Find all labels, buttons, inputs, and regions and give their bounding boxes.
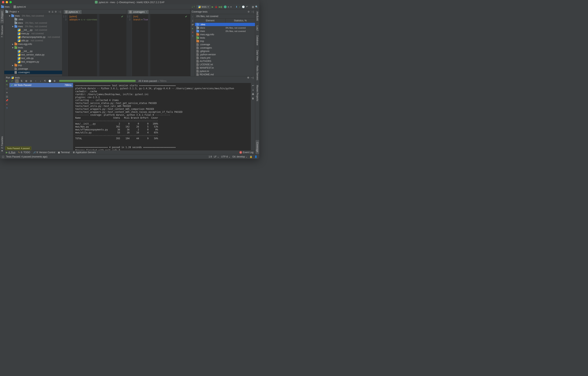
terminal-tab[interactable]: ▣Terminal	[58, 151, 70, 154]
coverage-row[interactable]: docs0% files, not covered	[195, 26, 255, 29]
tree-row[interactable]: .idea	[4, 18, 62, 21]
coverage-row[interactable]: pytest.ini	[195, 69, 255, 73]
window-minimize-icon[interactable]	[6, 1, 8, 3]
tree-row[interactable]: ▾mws 0% files, not covered	[4, 25, 62, 28]
vcs-tab[interactable]: ⎇9: Version Control	[33, 151, 55, 154]
coverage-row[interactable]: .python-version	[195, 53, 255, 56]
structure-popup-icon[interactable]: ▥	[252, 5, 254, 8]
tree-row[interactable]: ▸tmp	[4, 64, 62, 67]
favorites-tool-tab[interactable]: ★ 2: Favorites	[0, 134, 4, 154]
clear-icon[interactable]: 🗑	[252, 97, 254, 100]
coverage-row[interactable]: .coveragerc	[195, 46, 255, 49]
run-test-tree[interactable]: ✔ All Tests Passed 788ms	[10, 83, 73, 155]
help-icon[interactable]: ?	[6, 107, 8, 110]
error-stripe[interactable]	[148, 14, 150, 76]
tree-row[interactable]: __init__.py	[4, 49, 62, 53]
run-coverage-icon[interactable]: ▶◧	[219, 5, 223, 8]
data-view-tab[interactable]: Data View	[256, 48, 259, 63]
tree-row[interactable]: utils.py not covered	[4, 39, 62, 42]
collapse-icon[interactable]: ⊟	[29, 79, 33, 83]
tree-row[interactable]: docs 0% files, not covered	[4, 21, 62, 25]
cov-up-icon[interactable]: ↑	[192, 15, 193, 18]
soft-wrap-icon[interactable]: ↩	[252, 84, 254, 87]
project-tool-tab[interactable]: 1: Project	[0, 10, 4, 23]
window-close-icon[interactable]	[2, 1, 4, 3]
error-stripe[interactable]	[97, 14, 99, 76]
git-branch[interactable]: Git: develop ⌄	[232, 155, 248, 158]
database-tab[interactable]: Database	[256, 33, 259, 47]
cov-generate-icon[interactable]: ▸	[192, 27, 193, 30]
editor-tab[interactable]: pytest.ini×	[63, 10, 82, 14]
tree-row[interactable]: offamazonpayments.py not covered	[4, 35, 62, 39]
statusbar-togglebar-icon[interactable]: ▢	[2, 155, 4, 158]
file-encoding[interactable]: UTF-8 ⌄	[221, 155, 230, 158]
editor[interactable]: 1 2 3[pytest] addopts = -s -v --cov=mws …	[62, 14, 126, 76]
coverage-row[interactable]: .gitignore	[195, 49, 255, 53]
project-title[interactable]: Project	[10, 11, 17, 13]
event-log-tab[interactable]: 1Event Log	[239, 151, 253, 154]
cov-autoscroll-icon[interactable]: ⇄	[192, 23, 194, 26]
run-icon[interactable]: ▶	[212, 5, 213, 8]
prev-icon[interactable]: ↑	[34, 79, 38, 83]
profile-icon[interactable]	[224, 5, 227, 8]
print-icon[interactable]: 🖶	[252, 93, 254, 96]
breadcrumb[interactable]: mws〉 pytest.ini	[1, 5, 26, 9]
coverage-row[interactable]: .coverage	[195, 43, 255, 46]
show-ignored-icon[interactable]: ◯	[15, 79, 19, 83]
search-everywhere-icon[interactable]: 🔍	[255, 5, 258, 8]
line-separator[interactable]: LF ⌄	[214, 155, 219, 158]
coverage-table[interactable]: .ideadocs0% files, not coveredmws0% file…	[195, 23, 255, 76]
coverage-row[interactable]: AUTHORS	[195, 59, 255, 63]
sort-icon[interactable]: ⇅	[20, 79, 23, 83]
vcs-history-icon[interactable]: 🕑	[242, 5, 245, 8]
tree-row[interactable]: .coverage	[4, 67, 62, 71]
maven-tab[interactable]: Maven Projects	[256, 83, 259, 103]
expand-icon[interactable]: ⊞	[24, 79, 28, 83]
make-icon[interactable]: ⇣⇡	[191, 5, 195, 8]
appservers-tab[interactable]: 🖥Application Servers	[73, 151, 96, 154]
coverage-tab[interactable]: Coverage	[256, 140, 259, 154]
inspections-icon[interactable]: 👤	[254, 155, 257, 158]
coverage-row[interactable]: .idea	[195, 23, 255, 26]
vcs-commit-icon[interactable]: ✓	[239, 5, 241, 8]
cov-close-icon[interactable]: ✕	[192, 31, 194, 34]
close-icon[interactable]: ✕	[6, 103, 8, 106]
close-tab-icon[interactable]: ×	[79, 11, 80, 13]
tree-row[interactable]: test_wrappers.py	[4, 60, 62, 64]
pin-icon[interactable]: 📌	[5, 99, 9, 102]
close-tab-icon[interactable]: ×	[146, 11, 147, 13]
vcs-revert-icon[interactable]: ↶	[246, 5, 248, 8]
attach-icon[interactable]: ⎋	[228, 5, 229, 8]
tree-row[interactable]: test_utils.py	[4, 56, 62, 60]
run-stop-icon[interactable]: ■	[6, 91, 8, 94]
vcs-update-icon[interactable]: ⬇	[236, 5, 238, 8]
run-config-selector[interactable]: tests▾	[196, 5, 210, 9]
locate-icon[interactable]: ⊚	[48, 11, 50, 13]
run-tab[interactable]: ▶4: Run	[6, 151, 15, 154]
history-icon[interactable]: 🕑	[48, 79, 52, 83]
toggle-auto-icon[interactable]: □	[6, 87, 8, 90]
window-zoom-icon[interactable]	[10, 1, 12, 3]
tree-row[interactable]: ▾mws 0% files, not covered	[4, 14, 62, 18]
run-hide-icon[interactable]: →|	[251, 76, 253, 79]
collapse-all-icon[interactable]: ⇊	[52, 11, 53, 13]
cov-flatten-icon[interactable]: ⤓	[192, 19, 194, 22]
rerun-failed-icon[interactable]: ⟲	[6, 83, 8, 86]
code-area[interactable]: [pytest] addopts = -s -v --cov=mws	[68, 14, 97, 76]
scroll-end-icon[interactable]: ⤓	[252, 88, 254, 91]
todo-tab[interactable]: ✎6: TODO	[18, 151, 30, 154]
cov-help-icon[interactable]: ?	[192, 35, 193, 38]
coverage-row[interactable]: mws.egg-info	[195, 33, 255, 36]
export-icon[interactable]: ⇱	[43, 79, 47, 83]
code-area[interactable]: [run] branch = True	[132, 14, 148, 76]
editor-tab[interactable]: .coveragerc×	[128, 10, 149, 14]
next-icon[interactable]: ↓	[38, 79, 42, 83]
tree-row[interactable]: ▸mws.egg-info	[4, 42, 62, 46]
lock-icon[interactable]: 🔒	[250, 155, 252, 158]
tree-row[interactable]: .coveragerc	[4, 71, 62, 74]
luaj-tab[interactable]: LuaJ	[256, 23, 259, 32]
coverage-row[interactable]: MANIFEST.in	[195, 66, 255, 69]
run-console[interactable]: ========================== test session …	[73, 83, 251, 153]
run-settings-icon[interactable]: ⚙	[247, 76, 249, 79]
coverage-row[interactable]: README.md	[195, 73, 255, 76]
